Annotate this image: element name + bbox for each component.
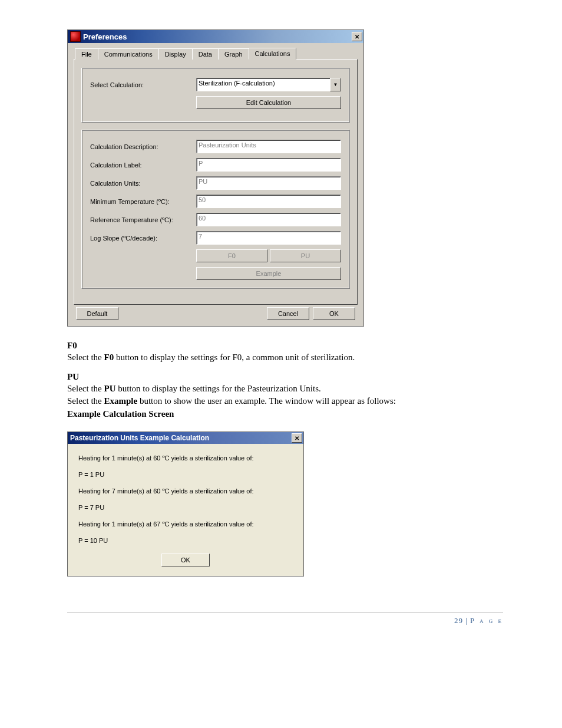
tab-communications[interactable]: Communications	[98, 48, 159, 60]
example-ok-button[interactable]: OK	[161, 554, 210, 566]
preferences-dialog: Preferences ✕ File Communications Displa…	[67, 29, 364, 327]
heading-f0: F0	[67, 341, 503, 351]
close-icon[interactable]: ✕	[352, 32, 362, 41]
min-temp-label: Minimum Temperature (ºC):	[90, 198, 196, 205]
para-f0: Select the F0 button to display the sett…	[67, 352, 503, 364]
dialog-button-bar: Default Cancel OK	[68, 305, 363, 320]
min-temp-input[interactable]: 50	[196, 195, 341, 208]
tab-bar: File Communications Display Data Graph C…	[68, 43, 363, 60]
example-line-5: Heating for 1 minute(s) at 67 ºC yields …	[78, 521, 293, 528]
log-slope-label: Log Slope (ºC/decade):	[90, 235, 196, 242]
calc-units-input[interactable]: PU	[196, 176, 341, 190]
edit-calculation-button[interactable]: Edit Calculation	[196, 96, 341, 109]
example-line-1: Heating for 1 minute(s) at 60 ºC yields …	[78, 454, 293, 462]
default-button[interactable]: Default	[76, 307, 118, 320]
app-icon	[70, 31, 81, 42]
tab-data[interactable]: Data	[192, 48, 219, 60]
example-line-6: P = 10 PU	[78, 537, 293, 544]
heading-example-screen: Example Calculation Screen	[67, 409, 503, 420]
f0-button[interactable]: F0	[196, 249, 267, 262]
chevron-down-icon[interactable]: ▼	[330, 78, 341, 91]
tab-calculations[interactable]: Calculations	[249, 48, 297, 60]
example-line-4: P = 7 PU	[78, 504, 293, 511]
example-titlebar: Pasteurization Units Example Calculation…	[68, 432, 303, 444]
calc-units-label: Calculation Units:	[90, 180, 196, 187]
example-dialog: Pasteurization Units Example Calculation…	[67, 431, 304, 577]
select-calc-value: Sterilization (F-calculation)	[196, 78, 330, 91]
page-number: 29	[454, 616, 463, 625]
window-title: Preferences	[83, 32, 352, 41]
para-example: Select the Example button to show the us…	[67, 396, 503, 407]
close-icon[interactable]: ✕	[292, 433, 302, 443]
ref-temp-label: Reference Temperature (ºC):	[90, 216, 196, 223]
example-title: Pasteurization Units Example Calculation	[70, 434, 292, 442]
page-label: P a g e	[470, 616, 503, 625]
tab-display[interactable]: Display	[158, 48, 193, 60]
calc-label-input[interactable]: P	[196, 158, 341, 172]
tab-file[interactable]: File	[75, 48, 98, 60]
pu-button[interactable]: PU	[270, 249, 341, 262]
calc-desc-label: Calculation Description:	[90, 143, 196, 150]
ok-button[interactable]: OK	[313, 307, 355, 320]
calc-desc-input[interactable]: Pasteurization Units	[196, 140, 341, 153]
heading-pu: PU	[67, 372, 503, 382]
example-button[interactable]: Example	[196, 267, 341, 280]
example-body: Heating for 1 minute(s) at 60 ºC yields …	[68, 444, 303, 566]
tab-graph[interactable]: Graph	[218, 48, 249, 60]
log-slope-input[interactable]: 7	[196, 231, 341, 245]
para-pu: Select the PU button to display the sett…	[67, 383, 503, 395]
example-line-3: Heating for 7 minute(s) at 60 ºC yields …	[78, 487, 293, 495]
select-calc-dropdown[interactable]: Sterilization (F-calculation) ▼	[196, 78, 341, 91]
calc-label-label: Calculation Label:	[90, 162, 196, 169]
ref-temp-input[interactable]: 60	[196, 213, 341, 226]
calc-fields-group: Calculation Description: Pasteurization …	[81, 130, 350, 289]
page-footer: 29 | P a g e	[67, 612, 503, 625]
select-calc-group: Select Calculation: Sterilization (F-cal…	[81, 68, 350, 123]
document-text: F0 Select the F0 button to display the s…	[67, 341, 503, 420]
cancel-button[interactable]: Cancel	[267, 307, 309, 320]
titlebar: Preferences ✕	[68, 30, 363, 43]
select-calc-label: Select Calculation:	[90, 81, 196, 88]
example-line-2: P = 1 PU	[78, 471, 293, 478]
tab-body: Select Calculation: Sterilization (F-cal…	[74, 59, 358, 305]
